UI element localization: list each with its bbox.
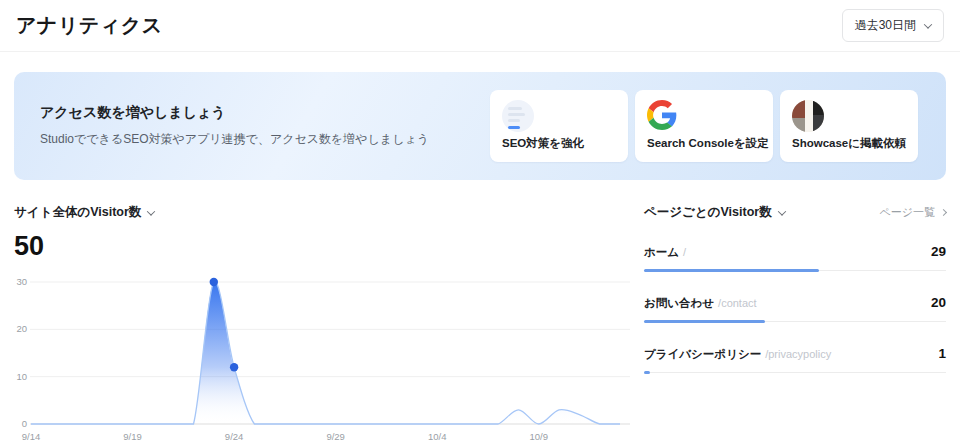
page-visitor-count: 1	[938, 346, 946, 361]
svg-text:10/4: 10/4	[428, 431, 447, 442]
page-visitor-bar	[644, 320, 946, 323]
svg-text:9/19: 9/19	[123, 431, 142, 442]
page-path: /contact	[718, 297, 757, 309]
page-name: お問い合わせ	[644, 297, 714, 309]
google-g-icon	[647, 100, 679, 132]
pages-metric-toggle[interactable]: ページごとのVisitor数	[644, 204, 785, 221]
showcase-photo-icon	[792, 100, 824, 132]
promo-banner: アクセス数を増やしましょう StudioでできるSEO対策やアプリ連携で、アクセ…	[14, 72, 946, 180]
pages-panel: ページごとのVisitor数 ページ一覧 ホーム/ 29 お問い合わせ/cont…	[644, 204, 946, 448]
page-list-link[interactable]: ページ一覧	[879, 205, 946, 220]
seo-page-icon	[502, 100, 534, 132]
svg-text:9/29: 9/29	[326, 431, 345, 442]
pages-panel-title: ページごとのVisitor数	[644, 204, 772, 221]
chart-box: 01020309/149/199/249/2910/410/9	[14, 268, 630, 448]
search-console-card-label: Search Consoleを設定	[647, 136, 761, 151]
promo-cards: SEO対策を強化 Search Consoleを設定 Showcaseに掲載依頼	[490, 90, 918, 162]
svg-text:9/24: 9/24	[225, 431, 244, 442]
page-visitor-count: 20	[931, 295, 946, 310]
pages-panel-head: ページごとのVisitor数 ページ一覧	[644, 204, 946, 221]
site-visitors-section: サイト全体のVisitor数 50 01020309/149/199/249/2…	[14, 204, 630, 448]
svg-text:10: 10	[16, 371, 27, 382]
page-list-link-label: ページ一覧	[879, 205, 935, 220]
page-name: ホーム	[644, 246, 679, 258]
page-path: /privacypolicy	[765, 348, 831, 360]
svg-text:9/14: 9/14	[22, 431, 41, 442]
page-row: ホーム/ 29	[644, 235, 946, 272]
chevron-down-icon	[147, 207, 155, 215]
promo-banner-subtitle: StudioでできるSEO対策やアプリ連携で、アクセス数を増やしましょう	[40, 131, 429, 148]
site-visitors-title: サイト全体のVisitor数	[14, 204, 141, 221]
visitor-total: 50	[14, 231, 630, 262]
page-path: /	[683, 246, 686, 258]
page-visitor-bar	[644, 269, 946, 272]
showcase-card[interactable]: Showcaseに掲載依頼	[780, 90, 918, 162]
svg-text:0: 0	[22, 418, 27, 429]
promo-banner-text: アクセス数を増やしましょう StudioでできるSEO対策やアプリ連携で、アクセ…	[40, 104, 429, 148]
chevron-right-icon	[940, 209, 947, 216]
seo-card[interactable]: SEO対策を強化	[490, 90, 628, 162]
analytics-main: サイト全体のVisitor数 50 01020309/149/199/249/2…	[0, 180, 960, 448]
date-range-label: 過去30日間	[855, 17, 916, 34]
seo-card-label: SEO対策を強化	[502, 136, 616, 151]
page-visitor-count: 29	[931, 244, 946, 259]
page-row: お問い合わせ/contact 20	[644, 286, 946, 323]
page-header: アナリティクス 過去30日間	[0, 0, 960, 52]
promo-banner-title: アクセス数を増やしましょう	[40, 104, 429, 122]
showcase-card-label: Showcaseに掲載依頼	[792, 136, 906, 151]
svg-text:30: 30	[16, 276, 27, 287]
svg-text:20: 20	[16, 323, 27, 334]
search-console-card[interactable]: Search Consoleを設定	[635, 90, 773, 162]
svg-text:10/9: 10/9	[530, 431, 549, 442]
chevron-down-icon	[924, 20, 932, 28]
site-visitors-chart: 01020309/149/199/249/2910/410/9	[14, 268, 630, 448]
page-name: プライバシーポリシー	[644, 348, 761, 360]
page-row: プライバシーポリシー/privacypolicy 1	[644, 337, 946, 374]
site-visitors-metric-toggle[interactable]: サイト全体のVisitor数	[14, 204, 154, 221]
page-visitor-bar	[644, 371, 946, 374]
date-range-select[interactable]: 過去30日間	[842, 9, 944, 42]
chevron-down-icon	[777, 207, 785, 215]
page-title: アナリティクス	[16, 12, 163, 39]
